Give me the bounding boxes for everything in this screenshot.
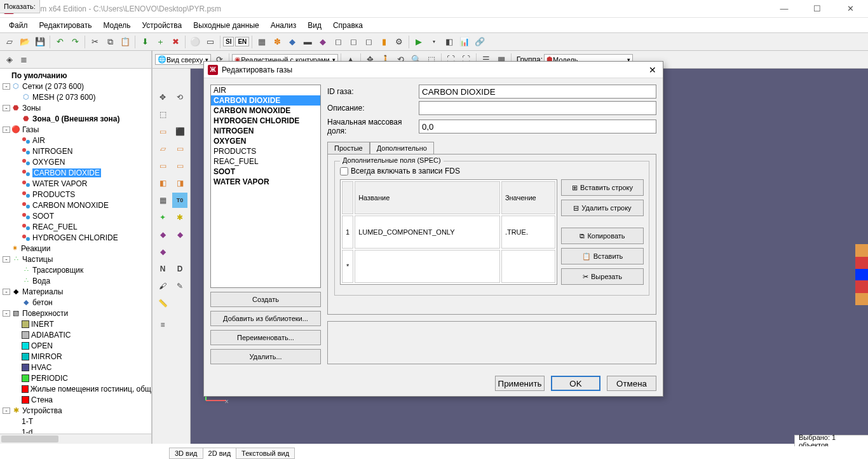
tree-tracer[interactable]: Трассировщик [32,266,83,275]
spec-value-cell[interactable]: .TRUE. [501,216,555,249]
gas-list-item[interactable]: CARBON MONOXIDE [211,106,320,116]
pal-purple2-icon[interactable]: ◆ [172,227,187,242]
tree-surface-item[interactable]: PERIODIC [0,373,151,383]
tree-reactions[interactable]: Реакции [21,244,50,253]
pal-box8-icon[interactable]: ◨ [172,175,187,191]
tree-surface-item[interactable]: Стена [0,394,151,405]
gas-list-item[interactable]: PRODUCTS [211,146,320,156]
tree-devices[interactable]: Устройства [22,406,62,415]
expand-icon[interactable]: - [3,408,10,414]
tree-gas-item[interactable]: NITROGEN [0,146,151,156]
pal-cube-icon[interactable]: ⬚ [155,107,170,122]
rect-icon[interactable]: ▭ [203,35,217,49]
tree-gas-item[interactable]: WATER VAPOR [0,178,151,189]
spec-table[interactable]: НазваниеЗначение 1LUMED_COMPONENT_ONLY.T… [340,179,557,285]
ctrl-icon[interactable]: ◻ [346,35,360,49]
gas-list-item[interactable]: SOOT [211,167,320,177]
menu-help[interactable]: Справка [329,20,367,31]
redo-icon[interactable]: ↷ [68,35,82,49]
delete-icon[interactable]: ✖ [168,35,182,49]
maximize-button[interactable]: ☐ [808,4,826,13]
pal-ruler-icon[interactable]: 📏 [155,296,170,311]
tab-advanced[interactable]: Дополнительно [370,142,434,154]
dialog-close-button[interactable]: ✕ [646,65,659,75]
tree-device-item[interactable]: 1-d [0,427,151,434]
copy-icon[interactable]: ⧉ [103,35,117,49]
insert-row-button[interactable]: ⊞Вставить строку [561,179,644,196]
nav-tree-icon[interactable]: ◈ [3,53,17,67]
tab-2d-view[interactable]: 2D вид [203,448,237,459]
paste-button[interactable]: 📋Вставить [561,248,644,264]
gas-list[interactable]: AIRCARBON DIOXIDECARBON MONOXIDEHYDROGEN… [210,85,321,288]
expand-icon[interactable]: - [3,256,10,263]
row-new[interactable]: * [342,250,353,283]
new-icon[interactable]: ▱ [3,35,17,49]
create-button[interactable]: Создать [210,292,321,307]
spec-name-cell[interactable]: LUMED_COMPONENT_ONLY [355,216,500,249]
nav-list-icon[interactable]: ≣ [17,53,31,67]
orange-icon[interactable]: ▮ [377,35,391,49]
pal-star-icon[interactable]: ✱ [172,210,187,225]
pal-d-button[interactable]: D [172,261,187,277]
gas-list-item[interactable]: HYDROGEN CHLORIDE [211,116,320,126]
pal-purple3-icon[interactable]: ◆ [155,244,170,259]
tree-surfaces[interactable]: Поверхности [22,309,68,318]
tree-water[interactable]: Вода [32,277,50,285]
close-button[interactable]: ✕ [841,4,859,13]
tree-meshes[interactable]: Сетки (2 073 600) [22,82,84,91]
minimize-button[interactable]: — [775,4,793,13]
gas-list-item[interactable]: AIR [211,85,320,95]
tree-zone0[interactable]: Зона_0 (Внешняя зона) [32,114,120,123]
material-icon[interactable]: ◆ [285,35,299,49]
flame-icon[interactable]: ✽ [270,35,284,49]
tab-simple[interactable]: Простые [327,142,370,154]
run-icon[interactable]: ▶ [412,35,426,49]
pal-t0-button[interactable]: T0 [172,193,187,208]
tree-particles[interactable]: Частицы [22,255,53,264]
run-dropdown-icon[interactable]: ▾ [427,35,441,49]
menu-model[interactable]: Модель [99,20,134,31]
paste-icon[interactable]: 📋 [118,35,132,49]
tree-zones[interactable]: Зоны [22,104,41,113]
model-tree[interactable]: По умолчанию -⬡Сетки (2 073 600) ⬡MESH (… [0,69,151,434]
units-si-button[interactable]: SI [223,37,234,46]
gas-id-field[interactable] [419,85,656,99]
tree-surface-item[interactable]: Жилые помещения гостиниц, общ [0,383,151,394]
expand-icon[interactable]: - [3,289,10,295]
menu-analysis[interactable]: Анализ [267,20,301,31]
expand-icon[interactable]: - [3,105,10,111]
gas-list-item[interactable]: REAC_FUEL [211,156,320,167]
tree-gas-item[interactable]: OXYGEN [0,156,151,167]
rename-button[interactable]: Переименовать... [210,330,321,345]
tree-device-item[interactable]: 1-T [0,416,151,427]
description-field[interactable] [419,101,656,115]
units-en-button[interactable]: EN [235,37,249,46]
cut-button[interactable]: ✂Вырезать [561,268,644,285]
add-icon[interactable]: ＋ [153,35,167,49]
pal-grid-icon[interactable]: ▦ [155,193,170,208]
mass-fraction-field[interactable] [419,120,656,134]
link-icon[interactable]: 🔗 [473,35,487,49]
expand-icon[interactable]: - [3,83,10,90]
pal-box3-icon[interactable]: ▱ [155,141,170,156]
pal-n-button[interactable]: N [155,261,170,277]
tree-surface-item[interactable]: HVAC [0,362,151,373]
tree-concrete[interactable]: бетон [32,298,53,307]
cancel-button[interactable]: Отмена [607,376,656,391]
tree-surface-item[interactable]: INERT [0,319,151,329]
tree-surface-item[interactable]: ADIABATIC [0,329,151,340]
menu-file[interactable]: Файл [5,20,32,31]
tree-gas-item[interactable]: AIR [0,135,151,146]
menu-view[interactable]: Вид [304,20,325,31]
undo-icon[interactable]: ↶ [53,35,67,49]
always-include-checkbox[interactable] [340,167,348,175]
expand-icon[interactable]: - [3,310,10,317]
mesh-icon[interactable]: ▦ [255,35,269,49]
pal-dev-icon[interactable]: ✦ [155,210,170,225]
tree-mesh[interactable]: MESH (2 073 600) [32,93,95,102]
pal-box6-icon[interactable]: ▭ [172,158,187,174]
expand-icon[interactable]: - [3,127,10,133]
tree-gas-item[interactable]: HYDROGEN CHLORIDE [0,232,151,243]
pal-box4-icon[interactable]: ▭ [172,141,187,156]
results-icon[interactable]: ◧ [442,35,456,49]
